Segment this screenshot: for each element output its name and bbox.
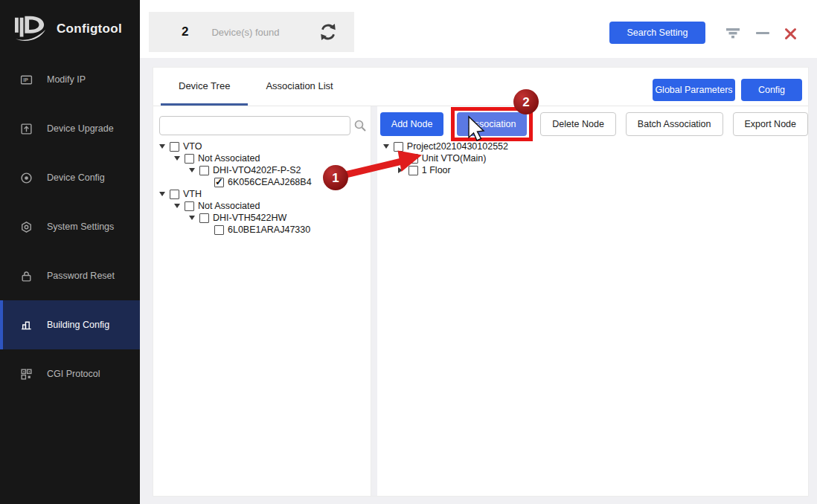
main-area: 2 Device(s) found Search Se xyxy=(140,0,817,504)
close-icon[interactable] xyxy=(783,27,798,40)
checkbox-unchecked[interactable] xyxy=(408,166,418,175)
checkbox-unchecked[interactable] xyxy=(214,225,224,235)
sidebar-item-label: System Settings xyxy=(47,222,114,232)
config-button[interactable]: Config xyxy=(741,79,802,101)
tree-row-project20210430102552[interactable]: Project20210430102552 xyxy=(383,140,808,152)
checkbox-unchecked[interactable] xyxy=(170,142,179,152)
node-button-row: Add NodeAssociationDelete NodeBatch Asso… xyxy=(380,112,808,136)
expander-down-icon[interactable] xyxy=(189,168,199,172)
tree-label: Project20210430102552 xyxy=(407,141,508,152)
tree-row-unit-vto-main[interactable]: Unit VTO(Main) xyxy=(383,152,808,164)
building-config-card: Device TreeAssociation ListGlobal Parame… xyxy=(153,67,809,497)
tree-row-vto[interactable]: VTO xyxy=(159,140,371,152)
configtool-window: Configtool IPModify IPDevice UpgradeDevi… xyxy=(0,0,817,504)
tree-label: DHI-VTH5422HW xyxy=(213,213,286,223)
checkbox-unchecked[interactable] xyxy=(185,154,194,164)
tree-row-1-floor[interactable]: 1 Floor xyxy=(383,164,808,176)
expander-down-icon[interactable] xyxy=(383,144,394,149)
tab-device-tree[interactable]: Device Tree xyxy=(161,68,248,106)
sidebar-item-label: Building Config xyxy=(47,320,109,330)
expander-down-icon[interactable] xyxy=(159,192,170,196)
tab-association-list[interactable]: Association List xyxy=(248,68,350,106)
password-reset-icon xyxy=(20,270,33,282)
app-logo: Configtool xyxy=(13,13,122,45)
checkbox-unchecked[interactable] xyxy=(199,213,209,223)
tree-label: Unit VTO(Main) xyxy=(422,153,487,164)
sidebar-item-password-reset[interactable]: Password Reset xyxy=(0,251,140,300)
system-settings-icon xyxy=(20,221,33,233)
expander-right-icon[interactable] xyxy=(398,167,408,173)
minimize-icon[interactable] xyxy=(755,27,770,39)
checkbox-unchecked[interactable] xyxy=(199,166,209,175)
tree-label: DHI-VTO4202F-P-S2 xyxy=(213,165,301,175)
sidebar-item-system-settings[interactable]: System Settings xyxy=(0,202,140,251)
sidebar-item-device-upgrade[interactable]: Device Upgrade xyxy=(0,104,140,153)
add-node-button[interactable]: Add Node xyxy=(380,112,444,136)
expander-down-icon[interactable] xyxy=(174,204,185,208)
global-parameters-button[interactable]: Global Parameters xyxy=(653,79,735,101)
sidebar-item-label: Device Upgrade xyxy=(47,123,114,134)
tree-label: VTO xyxy=(183,141,202,152)
sidebar-nav: IPModify IPDevice UpgradeDevice ConfigSy… xyxy=(0,55,140,398)
association-button[interactable]: Association xyxy=(457,112,527,136)
sidebar: Configtool IPModify IPDevice UpgradeDevi… xyxy=(0,0,140,504)
checkbox-checked[interactable] xyxy=(408,154,418,164)
checkbox-checked[interactable] xyxy=(214,178,224,187)
search-icon[interactable] xyxy=(353,119,367,132)
sidebar-item-device-config[interactable]: Device Config xyxy=(0,153,140,202)
tree-label: 1 Floor xyxy=(422,165,451,175)
device-count: 2 xyxy=(182,25,188,39)
export-node-button[interactable]: Export Node xyxy=(733,112,808,136)
svg-text:IP: IP xyxy=(23,77,28,83)
tree-row-vth[interactable]: VTH xyxy=(159,188,371,200)
tree-row-6l0be1araj47330[interactable]: 6L0BE1ARAJ47330 xyxy=(159,224,371,236)
tree-row-6k056ceaaj268b4[interactable]: 6K056CEAAJ268B4 xyxy=(159,176,371,188)
panel-divider xyxy=(371,106,377,496)
sidebar-item-label: Device Config xyxy=(47,172,105,183)
building-config-icon xyxy=(20,319,33,332)
expander-down-icon[interactable] xyxy=(174,156,185,161)
tree-row-not-associated[interactable]: Not Associated xyxy=(159,200,371,212)
tree-label: 6K056CEAAJ268B4 xyxy=(228,177,312,187)
tree-label: VTH xyxy=(183,189,202,199)
modify-ip-icon: IP xyxy=(20,74,33,86)
sidebar-item-label: Modify IP xyxy=(47,74,86,85)
tree-label: 6L0BE1ARAJ47330 xyxy=(228,224,310,235)
search-row xyxy=(153,106,371,135)
app-title: Configtool xyxy=(57,22,122,36)
sidebar-item-building-config[interactable]: Building Config xyxy=(0,300,140,349)
device-tree-panel: VTONot AssociatedDHI-VTO4202F-P-S26K056C… xyxy=(153,106,371,496)
dahua-logo-icon xyxy=(13,13,48,45)
project-tree: Project20210430102552Unit VTO(Main)1 Flo… xyxy=(377,140,808,176)
device-found-box: 2 Device(s) found xyxy=(149,12,354,52)
checkbox-unchecked[interactable] xyxy=(185,201,194,211)
refresh-icon[interactable] xyxy=(318,22,338,42)
checkbox-unchecked[interactable] xyxy=(394,142,403,152)
tab-bar: Device TreeAssociation ListGlobal Parame… xyxy=(153,68,808,106)
device-found-label: Device(s) found xyxy=(211,27,279,38)
tree-label: Not Associated xyxy=(198,153,260,164)
tree-row-not-associated[interactable]: Not Associated xyxy=(159,152,371,164)
cgi-protocol-icon xyxy=(20,368,33,381)
checkbox-unchecked[interactable] xyxy=(170,190,179,199)
device-tree: VTONot AssociatedDHI-VTO4202F-P-S26K056C… xyxy=(153,140,371,236)
search-setting-button[interactable]: Search Setting xyxy=(609,22,705,44)
tree-row-dhi-vth5422hw[interactable]: DHI-VTH5422HW xyxy=(159,212,371,224)
delete-node-button[interactable]: Delete Node xyxy=(540,112,616,136)
project-tree-panel: Add NodeAssociationDelete NodeBatch Asso… xyxy=(377,106,808,496)
card-content: VTONot AssociatedDHI-VTO4202F-P-S26K056C… xyxy=(153,106,808,496)
collapse-filter-icon[interactable] xyxy=(725,27,740,39)
tree-label: Not Associated xyxy=(198,201,260,211)
sidebar-item-label: Password Reset xyxy=(47,271,115,281)
device-search-input[interactable] xyxy=(159,116,350,135)
tree-row-dhi-vto4202f-p-s2[interactable]: DHI-VTO4202F-P-S2 xyxy=(159,164,371,176)
top-header: 2 Device(s) found Search Se xyxy=(140,0,817,58)
device-config-icon xyxy=(20,172,33,184)
expander-down-icon[interactable] xyxy=(189,216,199,220)
device-upgrade-icon xyxy=(20,123,33,135)
sidebar-item-modify-ip[interactable]: IPModify IP xyxy=(0,55,140,104)
sidebar-item-label: CGI Protocol xyxy=(47,369,100,379)
expander-down-icon[interactable] xyxy=(159,144,170,149)
batch-association-button[interactable]: Batch Association xyxy=(626,112,723,136)
sidebar-item-cgi-protocol[interactable]: CGI Protocol xyxy=(0,349,140,398)
